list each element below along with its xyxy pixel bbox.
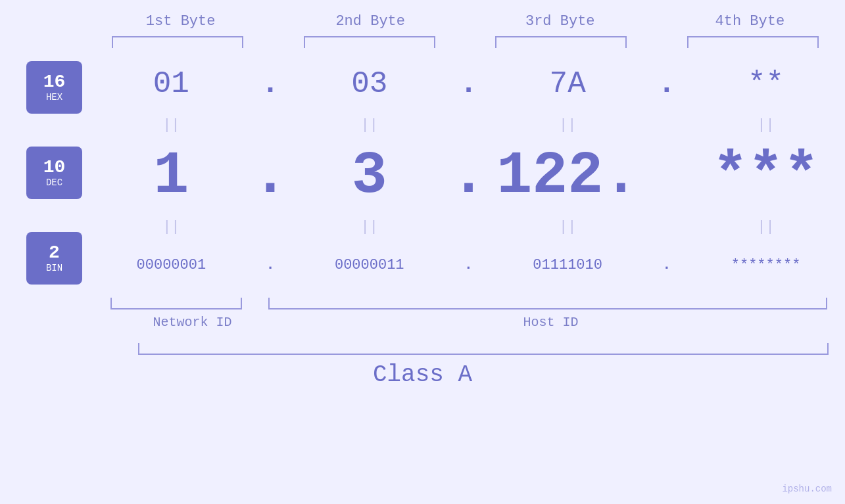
hex-val-1: 01 (99, 67, 243, 101)
main-container: 1st Byte 2nd Byte 3rd Byte 4th Byte 16 H… (0, 0, 845, 504)
badges-column: 16 HEX 10 DEC 2 BIN (0, 55, 92, 291)
hex-dot-2: . (455, 67, 481, 101)
bottom-bracket-network (110, 298, 242, 309)
bracket-byte1 (112, 36, 243, 48)
dec-row: 1 . 3 . 122. *** (92, 137, 845, 216)
bin-val-3: 01111010 (495, 257, 640, 273)
network-id-label: Network ID (110, 315, 275, 330)
sep-1-2: || (297, 114, 442, 137)
bin-dot-3: . (654, 257, 680, 273)
top-brackets (104, 36, 827, 48)
sep-1-4: || (694, 114, 838, 137)
sep-1-1: || (99, 114, 243, 137)
byte1-header: 1st Byte (109, 13, 253, 30)
bin-val-4: ******** (694, 257, 838, 273)
hex-dot-1: . (257, 67, 283, 101)
bracket-byte4 (687, 36, 819, 48)
byte-headers: 1st Byte 2nd Byte 3rd Byte 4th Byte (104, 13, 827, 30)
footer-bracket (138, 343, 829, 355)
hex-val-3: 7A (495, 67, 640, 101)
hex-dot-3: . (654, 67, 680, 101)
content-area: 16 HEX 10 DEC 2 BIN 01 . 03 . 7A . ** (0, 55, 845, 291)
bottom-brackets (104, 298, 827, 309)
dec-val-1: 1 (99, 143, 243, 210)
dec-badge-num: 10 (43, 158, 66, 178)
byte3-header: 3rd Byte (488, 13, 633, 30)
dec-badge: 10 DEC (26, 147, 82, 199)
host-id-label: Host ID (275, 315, 827, 330)
sep-row-1: || || || || (92, 114, 845, 137)
hex-val-2: 03 (297, 67, 442, 101)
bracket-byte2 (304, 36, 435, 48)
bin-badge: 2 BIN (26, 232, 82, 285)
sep-2-3: || (495, 216, 640, 239)
sep-row-2: || || || || (92, 216, 845, 239)
bin-dot-2: . (455, 257, 481, 273)
bin-val-2: 00000011 (297, 257, 442, 273)
bottom-section: Network ID Host ID (104, 298, 827, 330)
dec-dot-1: . (257, 143, 283, 210)
class-label: Class A (0, 361, 845, 388)
sep-2-4: || (694, 216, 838, 239)
hex-badge-num: 16 (43, 72, 66, 93)
sep-2-1: || (99, 216, 243, 239)
hex-val-4: ** (694, 67, 838, 101)
byte2-header: 2nd Byte (298, 13, 443, 30)
bin-badge-label: BIN (46, 263, 62, 273)
sep-1-3: || (495, 114, 640, 137)
dec-dot-2: . (455, 143, 481, 210)
bin-badge-num: 2 (49, 243, 60, 263)
bin-dot-1: . (257, 257, 283, 273)
dec-val-4: *** (694, 143, 838, 210)
bottom-bracket-host (268, 298, 827, 309)
sep-2-2: || (297, 216, 442, 239)
byte4-header: 4th Byte (677, 13, 822, 30)
hex-badge: 16 HEX (26, 61, 82, 114)
bin-row: 00000001 . 00000011 . 01111010 . *******… (92, 239, 845, 291)
hex-row: 01 . 03 . 7A . ** (92, 55, 845, 114)
dec-val-2: 3 (297, 143, 442, 210)
bottom-labels: Network ID Host ID (104, 315, 827, 330)
hex-badge-label: HEX (46, 92, 62, 103)
dec-val-3: 122. (495, 143, 640, 210)
bracket-byte3 (495, 36, 627, 48)
values-grid: 01 . 03 . 7A . ** || || || || 1 . (92, 55, 845, 291)
bin-val-1: 00000001 (99, 257, 243, 273)
watermark: ipshu.com (782, 484, 832, 494)
dec-badge-label: DEC (46, 177, 62, 188)
